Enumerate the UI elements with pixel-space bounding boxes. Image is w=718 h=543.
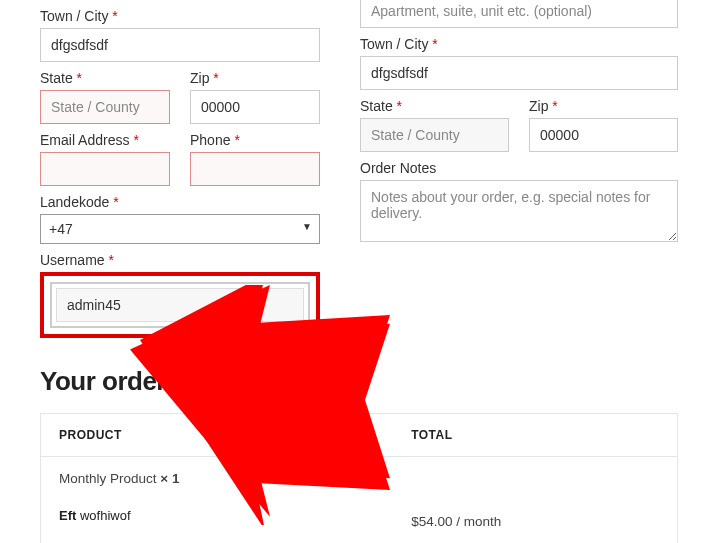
order-notes-textarea[interactable] <box>360 180 678 242</box>
email-input[interactable] <box>40 152 170 186</box>
town-city-input[interactable] <box>40 28 320 62</box>
zip-label: Zip * <box>190 70 320 86</box>
order-summary: PRODUCT TOTAL Monthly Product × 1 Eft wo… <box>40 413 678 543</box>
username-highlight-box <box>40 272 320 338</box>
order-notes-label: Order Notes <box>360 160 678 176</box>
ship-zip-input[interactable] <box>529 118 678 152</box>
phone-input[interactable] <box>190 152 320 186</box>
ship-town-city-input[interactable] <box>360 56 678 90</box>
order-line-1: Monthly Product × 1 <box>41 457 678 501</box>
username-label: Username * <box>40 252 320 268</box>
apartment-input[interactable] <box>360 0 678 28</box>
order-line-2: Eft wofhiwof $54.00 / month <box>41 500 678 543</box>
zip-input[interactable] <box>190 90 320 124</box>
product-name-cell: Monthly Product × 1 <box>41 457 394 501</box>
billing-form-left: Town / City * State * Zip * Email Addres… <box>40 0 320 413</box>
order-header-row: PRODUCT TOTAL <box>41 414 678 457</box>
col-product: PRODUCT <box>41 414 394 457</box>
landekode-label: Landekode * <box>40 194 320 210</box>
landekode-select[interactable]: +47 <box>40 214 320 244</box>
phone-label: Phone * <box>190 132 320 148</box>
col-total: TOTAL <box>393 414 677 457</box>
ship-town-city-label: Town / City * <box>360 36 678 52</box>
shipping-form-right: Town / City * State * Zip * Order Notes <box>360 0 678 413</box>
product-sub-cell: Eft wofhiwof <box>41 500 394 543</box>
email-label: Email Address * <box>40 132 170 148</box>
state-label: State * <box>40 70 170 86</box>
ship-state-input[interactable] <box>360 118 509 152</box>
price-cell: $54.00 / month <box>393 500 677 543</box>
ship-zip-label: Zip * <box>529 98 678 114</box>
your-order-heading: Your order <box>40 366 320 397</box>
username-input[interactable] <box>56 288 304 322</box>
town-city-label: Town / City * <box>40 8 320 24</box>
state-input[interactable] <box>40 90 170 124</box>
ship-state-label: State * <box>360 98 509 114</box>
